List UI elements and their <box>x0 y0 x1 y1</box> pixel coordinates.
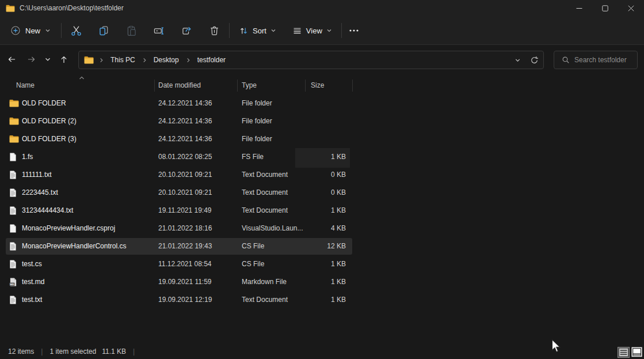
breadcrumb-item-testfolder[interactable]: testfolder <box>196 55 227 65</box>
file-type: Text Document <box>242 166 288 184</box>
file-row[interactable]: OLD FOLDER24.12.2021 14:36File folder <box>0 95 644 112</box>
file-name: OLD FOLDER (3) <box>22 130 77 148</box>
address-bar[interactable]: This PC Desktop testfolder <box>78 51 544 69</box>
file-size: 0 KB <box>331 184 346 202</box>
address-dropdown-chevron-icon[interactable] <box>515 57 521 63</box>
paste-button[interactable] <box>120 20 143 41</box>
file-date-modified: 11.12.2021 08:54 <box>158 255 212 273</box>
maximize-button[interactable] <box>592 0 618 16</box>
recent-locations-button[interactable] <box>40 51 55 67</box>
chevron-down-icon <box>45 28 51 33</box>
file-name: 1.fs <box>22 148 33 166</box>
forward-button[interactable] <box>24 51 39 67</box>
file-row[interactable]: MonacoPreviewHandler.csproj21.01.2022 18… <box>0 220 644 237</box>
minimize-button[interactable] <box>566 0 592 16</box>
file-text-icon <box>9 296 17 304</box>
file-size: 12 KB <box>327 237 346 255</box>
file-type: File folder <box>242 130 272 148</box>
copy-button[interactable] <box>92 20 115 41</box>
file-size: 1 KB <box>331 273 346 291</box>
thumbnails-view-button[interactable] <box>630 347 643 358</box>
file-date-modified: 24.12.2021 14:36 <box>158 95 212 112</box>
sort-button[interactable]: Sort <box>235 20 280 41</box>
file-size: 0 KB <box>331 166 346 184</box>
search-box[interactable] <box>554 51 638 69</box>
file-icon <box>9 224 17 233</box>
file-row[interactable]: MDtest.md19.09.2021 11:59Markdown File1 … <box>0 273 644 291</box>
new-button[interactable]: New <box>7 20 54 41</box>
breadcrumb-item-this-pc[interactable]: This PC <box>109 55 137 65</box>
file-size: 4 KB <box>331 220 346 237</box>
file-row[interactable]: OLD FOLDER (3)24.12.2021 14:36File folde… <box>0 130 644 148</box>
delete-button[interactable] <box>203 20 226 41</box>
chevron-down-icon <box>270 28 276 33</box>
window-chrome: C:\Users\aaron\Desktop\testfolder New <box>0 0 644 45</box>
column-header-size[interactable]: Size <box>311 81 324 89</box>
column-header-name[interactable]: Name <box>16 81 35 89</box>
cut-button[interactable] <box>64 20 87 41</box>
close-button[interactable] <box>618 0 644 16</box>
file-date-modified: 20.10.2021 09:21 <box>158 166 212 184</box>
see-more-button[interactable] <box>344 20 364 41</box>
column-header-type[interactable]: Type <box>242 81 257 89</box>
file-date-modified: 08.01.2022 08:25 <box>158 148 212 166</box>
file-row[interactable]: test.cs11.12.2021 08:54CS File1 KB <box>0 255 644 273</box>
chevron-down-icon <box>326 28 332 33</box>
back-button[interactable] <box>4 51 19 67</box>
file-row[interactable]: 1.fs08.01.2022 08:25FS File1 KB <box>0 148 644 166</box>
search-input[interactable] <box>574 56 635 64</box>
selection-count: 1 item selected <box>49 347 96 356</box>
file-type: FS File <box>242 148 264 166</box>
view-lines-icon <box>292 26 302 36</box>
sort-icon <box>239 26 249 36</box>
file-row[interactable]: OLD FOLDER (2)24.12.2021 14:36File folde… <box>0 112 644 130</box>
details-view-button[interactable] <box>617 347 630 358</box>
column-header-date-modified[interactable]: Date modified <box>158 81 201 89</box>
column-separator[interactable] <box>154 80 155 92</box>
file-row[interactable]: MonacoPreviewHandlerControl.cs21.01.2022… <box>0 237 644 255</box>
file-row[interactable]: test.txt19.09.2021 12:19Text Document1 K… <box>0 291 644 309</box>
rename-button[interactable] <box>147 20 170 41</box>
file-text-icon <box>9 242 17 251</box>
view-button[interactable]: View <box>289 20 336 41</box>
folder-icon <box>9 117 19 125</box>
search-icon <box>562 56 570 64</box>
new-label: New <box>25 27 40 35</box>
status-bar: 12 items | 1 item selected 11.1 KB | <box>0 344 644 359</box>
breadcrumb: This PC Desktop testfolder <box>84 55 227 65</box>
new-plus-icon <box>10 25 21 36</box>
file-name: 2223445.txt <box>22 184 58 202</box>
folder-icon <box>84 56 94 64</box>
trash-icon <box>208 25 220 37</box>
file-name: 111111.txt <box>22 166 52 184</box>
column-separator[interactable] <box>237 80 238 92</box>
breadcrumb-chevron-icon <box>186 58 190 63</box>
file-row[interactable]: 31234444434.txt19.11.2021 19:49Text Docu… <box>0 202 644 220</box>
file-icon <box>9 153 17 161</box>
column-header-row: Name Date modified Type Size <box>0 77 644 93</box>
mouse-cursor-icon <box>551 339 561 353</box>
file-type: CS File <box>242 237 264 255</box>
file-size: 1 KB <box>331 202 346 220</box>
window-title: C:\Users\aaron\Desktop\testfolder <box>20 4 124 12</box>
share-button[interactable] <box>175 20 198 41</box>
file-row[interactable]: 111111.txt20.10.2021 09:21Text Document0… <box>0 166 644 184</box>
paste-icon <box>125 25 138 37</box>
file-name: test.cs <box>22 255 42 273</box>
file-type: CS File <box>242 255 264 273</box>
item-count: 12 items <box>8 347 34 356</box>
file-type: Text Document <box>242 291 288 309</box>
file-type: VisualStudio.Laun... <box>242 220 303 237</box>
breadcrumb-chevron-icon <box>99 58 104 63</box>
up-button[interactable] <box>56 51 71 67</box>
status-divider: | <box>41 347 43 356</box>
column-separator[interactable] <box>352 80 353 92</box>
file-name: MonacoPreviewHandler.csproj <box>22 220 115 237</box>
title-bar: C:\Users\aaron\Desktop\testfolder <box>0 0 644 16</box>
file-row[interactable]: 2223445.txt20.10.2021 09:21Text Document… <box>0 184 644 202</box>
refresh-icon[interactable] <box>530 56 539 65</box>
file-name: test.md <box>22 273 44 291</box>
view-label: View <box>306 27 322 35</box>
breadcrumb-item-desktop[interactable]: Desktop <box>152 55 181 65</box>
column-separator[interactable] <box>305 80 306 92</box>
